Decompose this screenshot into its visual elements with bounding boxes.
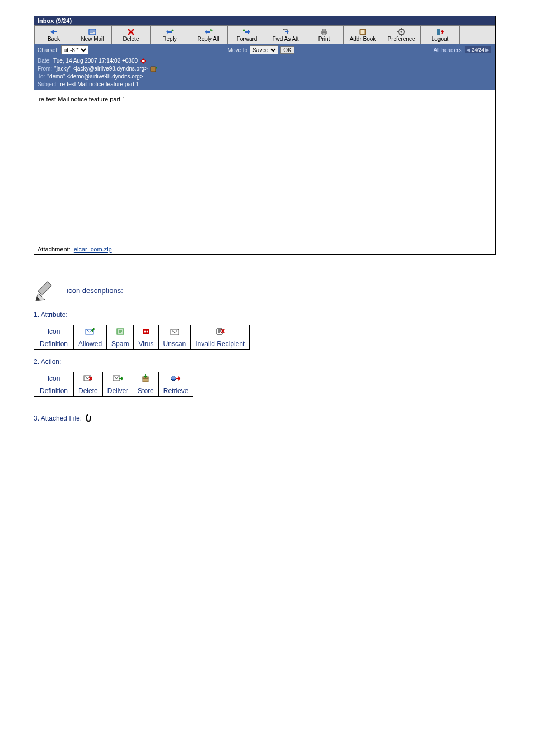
allowed-label: Allowed [74, 338, 107, 350]
back-label: Back [48, 36, 60, 42]
attachment-link[interactable]: eicar_com.zip [74, 246, 112, 253]
svg-point-26 [144, 331, 146, 333]
from-value: "jacky" <jacky@airlive98.dyndns.org> [54, 65, 148, 73]
spam-icon [107, 325, 134, 338]
prev-message-button[interactable]: ◀ [466, 47, 470, 53]
toolbar: Back New Mail Delete Reply Reply All [34, 25, 495, 44]
invalid-recipient-icon [191, 325, 250, 338]
date-value: Tue, 14 Aug 2007 17:14:02 +0800 [53, 57, 138, 65]
forward-button[interactable]: Forward [228, 25, 266, 44]
paperclip-icon [86, 414, 92, 423]
svg-rect-21 [38, 282, 51, 295]
fwdatt-icon [270, 27, 301, 36]
allheaders-link[interactable]: All headers [433, 47, 461, 53]
divider [34, 321, 500, 321]
attachment-label: Attachment: [38, 246, 71, 253]
preference-label: Preference [388, 36, 415, 42]
logout-label: Logout [432, 36, 449, 42]
attached-file-heading: 3. Attached File: [34, 414, 82, 422]
replyall-button[interactable]: Reply All [189, 25, 228, 44]
mail-window: Inbox (9/24) Back New Mail Delete Reply [34, 16, 496, 255]
virus-icon [134, 325, 158, 338]
to-value: "demo" <demo@airlive98.dyndns.org> [47, 73, 143, 81]
add-to-addrbook-icon[interactable] [150, 66, 158, 72]
print-button[interactable]: Print [305, 25, 344, 44]
attr-icon-header: Icon [34, 325, 74, 338]
notes-section: icon descriptions: 1. Attribute: Icon De… [34, 279, 500, 426]
action-heading: 2. Action: [34, 358, 500, 366]
sub-bar: Charset: utf-8 * Move to Saved OK All he… [34, 44, 495, 55]
store-action-label: Store [133, 385, 159, 397]
svg-point-4 [243, 30, 245, 31]
charset-select[interactable]: utf-8 * [61, 45, 88, 54]
charset-label: Charset: [34, 47, 61, 53]
svg-point-3 [211, 30, 213, 32]
delete-button[interactable]: Delete [112, 25, 151, 44]
preference-button[interactable]: Preference [382, 25, 421, 44]
action-table: Icon Definition Delete Deliver Store Ret… [34, 372, 193, 397]
addrbook-label: Addr Book [350, 36, 376, 42]
toolbar-spacer [460, 25, 495, 44]
newmail-button[interactable]: New Mail [73, 25, 112, 44]
addrbook-icon [347, 27, 378, 36]
back-button[interactable]: Back [34, 25, 73, 44]
subject-value: re-test Mail notice feature part 1 [60, 81, 139, 88]
reply-label: Reply [162, 36, 177, 42]
logout-button[interactable]: Logout [421, 25, 460, 44]
delete-action-label: Delete [74, 385, 103, 397]
retrieve-action-icon [158, 372, 193, 385]
forward-label: Forward [237, 36, 257, 42]
svg-point-1 [172, 30, 174, 31]
retrieve-action-label: Retrieve [158, 385, 193, 397]
spam-label: Spam [107, 338, 134, 350]
fwdatt-label: Fwd As Att [272, 36, 298, 42]
store-action-icon [133, 372, 159, 385]
act-def-header: Definition [34, 385, 74, 397]
logout-icon [424, 27, 456, 36]
next-message-button[interactable]: ▶ [485, 47, 489, 53]
virus-label: Virus [134, 338, 158, 350]
back-arrow-icon [38, 27, 69, 36]
replyall-icon [193, 27, 224, 36]
allowed-icon [74, 325, 107, 338]
preference-gear-icon [386, 27, 417, 36]
delete-icon [115, 27, 147, 36]
fwdatt-button[interactable]: Fwd As Att [266, 25, 305, 44]
pencil-icon [34, 279, 57, 303]
svg-rect-31 [143, 378, 148, 382]
svg-point-27 [146, 331, 148, 333]
reply-button[interactable]: Reply [151, 25, 189, 44]
print-icon [308, 27, 340, 36]
window-title: Inbox (9/24) [34, 16, 495, 25]
act-icon-header: Icon [34, 372, 74, 385]
svg-rect-18 [142, 60, 145, 62]
deliver-action-label: Deliver [102, 385, 133, 397]
message-body: re-test Mail notice feature part 1 [34, 90, 495, 244]
moveto-label: Move to [228, 47, 248, 53]
svg-rect-6 [322, 29, 326, 31]
to-key: To: [38, 73, 45, 81]
unscan-icon-cell [158, 325, 191, 338]
divider-2 [34, 368, 500, 368]
newmail-icon [77, 27, 108, 36]
moveto-select[interactable]: Saved [250, 45, 278, 54]
forward-icon [231, 27, 263, 36]
svg-rect-16 [437, 29, 440, 35]
notes-title: icon descriptions: [67, 286, 123, 295]
print-label: Print [318, 36, 330, 42]
delete-label: Delete [123, 36, 139, 42]
message-header: Date: Tue, 14 Aug 2007 17:14:02 +0800 Fr… [34, 55, 495, 90]
addrbook-button[interactable]: Addr Book [344, 25, 382, 44]
reply-icon [154, 27, 185, 36]
unscan-icon [140, 58, 147, 64]
svg-rect-9 [361, 30, 365, 34]
divider-3 [34, 426, 500, 426]
subject-key: Subject: [38, 81, 58, 88]
moveto-ok-button[interactable]: OK [280, 46, 294, 54]
from-key: From: [38, 65, 52, 73]
attr-def-header: Definition [34, 338, 74, 350]
svg-rect-25 [143, 329, 149, 334]
invalid-label: Invalid Recipient [191, 338, 250, 350]
svg-rect-7 [322, 33, 326, 35]
attribute-heading: 1. Attribute: [34, 311, 500, 319]
